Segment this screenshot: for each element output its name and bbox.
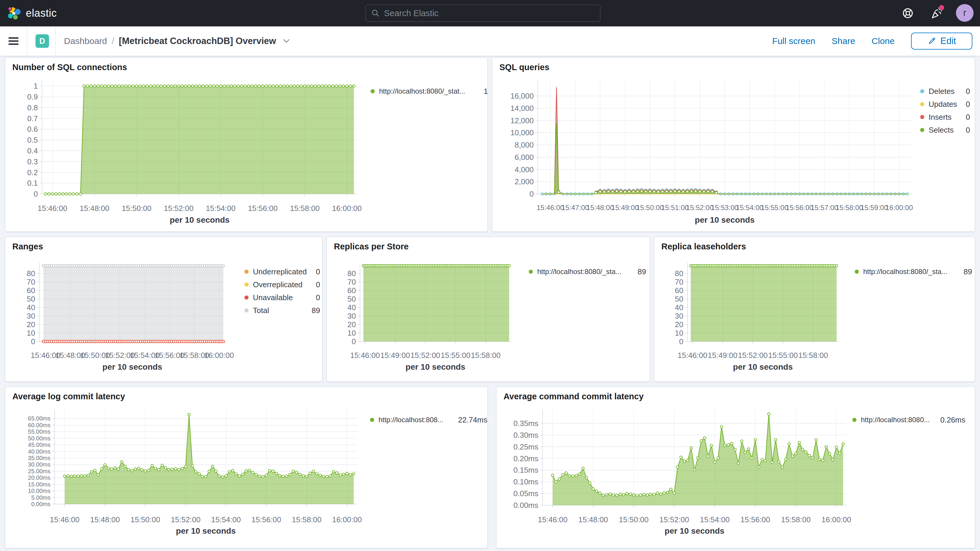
legend-label: http://localhost:808... — [379, 416, 443, 424]
svg-text:0.4: 0.4 — [27, 147, 38, 155]
legend-value: 0 — [961, 126, 970, 135]
chart-legend: http://localhost:8080/_stat...1 — [371, 85, 488, 98]
legend-item-selects: Selects0 — [920, 124, 970, 137]
elastic-logo-icon — [7, 6, 21, 20]
svg-text:16:00:00: 16:00:00 — [204, 351, 234, 360]
search-icon — [371, 9, 380, 18]
svg-text:15:54:00: 15:54:00 — [211, 515, 241, 524]
svg-text:15:50:00: 15:50:00 — [122, 204, 151, 213]
svg-text:0.8: 0.8 — [27, 103, 38, 112]
panel-average-log-commit-latency: Average log commit latency0.00ms5.00ms10… — [5, 387, 488, 548]
user-avatar[interactable]: r — [956, 4, 974, 22]
svg-text:15:48:00: 15:48:00 — [587, 204, 614, 212]
legend-item-http-localhost-8080-stat: http://localhost:8080/_stat...1 — [371, 85, 488, 98]
svg-text:65.00ms: 65.00ms — [28, 415, 51, 422]
svg-text:0: 0 — [31, 337, 35, 346]
legend-dot — [920, 128, 924, 132]
svg-text:0.30ms: 0.30ms — [514, 431, 538, 440]
svg-text:per 10 seconds: per 10 seconds — [406, 362, 465, 371]
svg-text:15:51:00: 15:51:00 — [661, 204, 688, 212]
news-button[interactable] — [928, 5, 945, 21]
elastic-logo[interactable]: elastic — [7, 6, 57, 20]
chart-legend: http://localhost:8080...0.26ms — [853, 413, 965, 426]
svg-text:15:46:00: 15:46:00 — [678, 351, 708, 360]
help-button[interactable] — [900, 5, 916, 21]
legend-label: http://localhost:8080/_sta... — [863, 268, 947, 276]
svg-text:0.6: 0.6 — [27, 125, 38, 134]
chart-replicas-per-store[interactable]: 0102030405060708015:46:0015:49:0015:52:0… — [327, 237, 650, 382]
svg-text:60: 60 — [27, 286, 35, 295]
svg-text:0.15ms: 0.15ms — [514, 466, 538, 475]
breadcrumb-dashboard-link[interactable]: Dashboard — [64, 36, 107, 46]
svg-text:10: 10 — [27, 329, 35, 338]
svg-text:0.5: 0.5 — [27, 135, 38, 144]
chart-legend: http://localhost:8080/_sta...89 — [529, 265, 646, 278]
legend-dot — [920, 102, 924, 106]
svg-text:15:52:00: 15:52:00 — [410, 351, 440, 360]
chart-number-of-sql-connections[interactable]: 00.10.20.30.40.50.60.70.80.9115:46:0015:… — [5, 58, 488, 232]
svg-text:0.10ms: 0.10ms — [514, 477, 538, 486]
svg-text:10: 10 — [675, 329, 683, 338]
chart-average-command-commit-latency[interactable]: 0.00ms0.05ms0.10ms0.15ms0.20ms0.25ms0.30… — [496, 387, 975, 549]
chart-average-log-commit-latency[interactable]: 0.00ms5.00ms10.00ms15.00ms20.00ms25.00ms… — [5, 387, 488, 549]
svg-text:per 10 seconds: per 10 seconds — [102, 362, 162, 371]
svg-text:50.00ms: 50.00ms — [28, 435, 51, 441]
chart-replica-leaseholders[interactable]: 0102030405060708015:46:0015:49:0015:52:0… — [654, 237, 975, 382]
svg-text:40: 40 — [675, 303, 683, 312]
legend-value: 0 — [961, 113, 970, 122]
svg-text:15:48:00: 15:48:00 — [90, 515, 120, 524]
legend-label: http://localhost:8080... — [861, 416, 930, 424]
svg-text:0.3: 0.3 — [27, 157, 38, 166]
svg-text:15:54:00: 15:54:00 — [736, 204, 763, 212]
svg-text:20.00ms: 20.00ms — [28, 475, 51, 481]
legend-item-unavailable: Unavailable0 — [244, 291, 320, 304]
svg-text:16:00:00: 16:00:00 — [332, 204, 362, 213]
svg-text:per 10 seconds: per 10 seconds — [695, 215, 755, 225]
menu-button[interactable] — [0, 26, 27, 56]
svg-text:15:55:00: 15:55:00 — [761, 204, 788, 212]
svg-text:15:46:00: 15:46:00 — [538, 515, 568, 524]
svg-text:80: 80 — [27, 269, 35, 278]
svg-text:60.00ms: 60.00ms — [28, 422, 51, 428]
svg-text:0: 0 — [34, 190, 38, 198]
chart-legend: http://localhost:8080/_sta...89 — [855, 265, 972, 278]
dashboard-app-badge: D — [35, 34, 49, 48]
panel-replica-leaseholders: Replica leaseholders0102030405060708015:… — [654, 237, 975, 382]
svg-text:15.00ms: 15.00ms — [28, 481, 51, 487]
clone-button[interactable]: Clone — [872, 36, 895, 46]
svg-text:0.00ms: 0.00ms — [514, 501, 538, 510]
svg-text:15:49:00: 15:49:00 — [380, 351, 410, 360]
svg-text:15:50:00: 15:50:00 — [130, 515, 160, 524]
svg-text:15:46:00: 15:46:00 — [350, 351, 380, 360]
legend-label: Updates — [929, 100, 957, 109]
legend-dot — [853, 418, 856, 422]
svg-text:15:49:00: 15:49:00 — [708, 351, 737, 360]
edit-button-label: Edit — [940, 36, 956, 46]
help-icon — [901, 7, 914, 20]
svg-text:0: 0 — [352, 337, 356, 346]
svg-text:4,000: 4,000 — [515, 165, 534, 174]
full-screen-button[interactable]: Full screen — [772, 36, 815, 46]
svg-text:35.00ms: 35.00ms — [28, 455, 51, 461]
svg-text:15:56:00: 15:56:00 — [786, 204, 813, 212]
chart-sql-queries[interactable]: 02,0004,0006,0008,00010,00012,00014,0001… — [492, 58, 975, 232]
legend-item-underreplicated: Underreplicated0 — [244, 265, 320, 278]
legend-value: 0 — [311, 293, 320, 302]
svg-text:30.00ms: 30.00ms — [28, 461, 51, 468]
svg-text:0.7: 0.7 — [27, 114, 38, 123]
legend-label: Unavailable — [253, 293, 293, 302]
legend-value: 89 — [958, 267, 972, 276]
svg-text:55.00ms: 55.00ms — [28, 428, 51, 435]
svg-text:15:48:00: 15:48:00 — [578, 515, 608, 524]
share-button[interactable]: Share — [832, 36, 855, 46]
svg-text:15:54:00: 15:54:00 — [206, 204, 235, 213]
chevron-down-icon — [283, 38, 290, 44]
svg-text:15:58:00: 15:58:00 — [781, 515, 811, 524]
title-menu-button[interactable] — [283, 38, 290, 44]
edit-button[interactable]: Edit — [911, 33, 972, 49]
svg-text:10: 10 — [347, 329, 356, 338]
svg-text:70: 70 — [27, 277, 35, 287]
search-input[interactable]: Search Elastic — [366, 5, 600, 22]
svg-text:0.05ms: 0.05ms — [514, 489, 538, 498]
svg-text:1: 1 — [34, 81, 38, 90]
